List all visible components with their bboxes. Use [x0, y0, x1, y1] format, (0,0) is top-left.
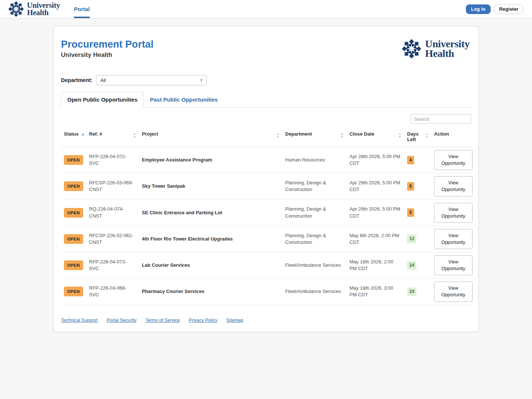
page-title: Procurement Portal	[61, 39, 154, 50]
column-header-status[interactable]: Status ▲	[61, 127, 86, 147]
ref-number: RFP-226-04-072-SVC	[86, 147, 139, 173]
brand-name: University Health	[27, 2, 60, 16]
search-row	[61, 114, 471, 124]
close-date-cell: Apr 28th 2026, 5:00 PM CDT	[347, 147, 404, 173]
ref-number: RFCSP-226-03-069-CNST	[86, 173, 139, 200]
view-opportunity-button[interactable]: View Opportunity	[434, 150, 473, 170]
project-name: SE Clinic Entrance and Parking Lot	[142, 210, 222, 215]
opportunities-table-body: OPEN RFP-226-04-072-SVC Employee Assista…	[61, 147, 472, 305]
department-selected-value: All	[100, 78, 106, 83]
close-date-cell: May 18th 2026, 2:00 PM CDT	[347, 252, 404, 279]
column-header-close-date[interactable]: Close Date ▲▼	[347, 127, 404, 147]
register-button[interactable]: Register	[494, 4, 523, 14]
top-navbar: University Health Portal Log In Register	[0, 0, 532, 18]
department-select[interactable]: All ▼	[96, 75, 207, 85]
view-opportunity-button[interactable]: View Opportunity	[434, 229, 473, 249]
nav-portal-link[interactable]: Portal	[74, 0, 90, 18]
footer-link-privacy-policy[interactable]: Privacy Policy	[189, 318, 218, 323]
column-label: Ref. #	[89, 131, 102, 137]
table-row: OPEN RFP-226-03-068-SVC Pharmacy Courier…	[61, 279, 472, 305]
close-date-cell: Apr 29th 2026, 5:00 PM CDT	[347, 173, 404, 200]
sort-icon: ▲▼	[133, 133, 136, 139]
days-left-badge: 5	[407, 208, 414, 217]
view-opportunity-button[interactable]: View Opportunity	[434, 203, 473, 223]
project-name: 4th Floor Rio Tower Electrical Upgrades	[142, 236, 233, 242]
login-button[interactable]: Log In	[466, 4, 491, 14]
department-cell: Planning, Design & Construction	[282, 173, 347, 200]
tab-bar: Open Public Opportunities Past Public Op…	[61, 92, 471, 108]
close-date-cell: May 18th 2026, 3:00 PM CDT	[347, 279, 404, 305]
close-date-cell: May 6th 2026, 2:00 PM CDT	[347, 226, 404, 252]
days-left-badge: 4	[407, 156, 414, 164]
column-label: Action	[434, 131, 449, 137]
title-block: Procurement Portal University Health	[61, 39, 154, 59]
university-health-star-icon	[8, 1, 24, 17]
view-opportunity-button[interactable]: View Opportunity	[434, 176, 473, 196]
sort-asc-icon: ▲	[81, 132, 85, 136]
sort-icon: ▲▼	[341, 133, 344, 139]
tab-open-public-opportunities[interactable]: Open Public Opportunities	[61, 92, 144, 108]
table-row: OPEN RFP-226-04-072-SVC Employee Assista…	[61, 147, 472, 173]
column-label: Status	[64, 131, 79, 137]
ref-number: RFP-226-03-068-SVC	[86, 279, 139, 305]
department-cell: Planning, Design & Construction	[282, 226, 347, 252]
nav-actions: Log In Register	[466, 4, 523, 14]
table-row: OPEN RFP-226-04-073-SVC Lab Courier Serv…	[61, 252, 472, 279]
opportunities-table: Status ▲ Ref. # ▲▼ Project	[61, 127, 472, 305]
department-label: Department:	[61, 77, 92, 83]
column-header-days-left[interactable]: Days Left ▲▼	[404, 127, 431, 147]
sort-icon: ▲▼	[276, 133, 279, 139]
ref-number: RFP-226-04-073-SVC	[86, 252, 139, 279]
sort-icon: ▲▼	[398, 133, 401, 139]
ref-number: RQ-226-04-074-CNST	[86, 200, 139, 226]
sort-icon: ▲▼	[425, 133, 428, 139]
header-logo-name: University Health	[425, 39, 470, 58]
column-label: Department	[285, 131, 312, 137]
footer-links: Technical Support Portal Security Terms …	[61, 318, 471, 323]
university-health-star-icon	[402, 39, 422, 59]
table-header: Status ▲ Ref. # ▲▼ Project	[61, 127, 472, 147]
department-cell: Human Resources	[282, 147, 347, 173]
column-header-project[interactable]: Project ▲▼	[139, 127, 282, 147]
view-opportunity-button[interactable]: View Opportunity	[434, 282, 473, 301]
days-left-badge: 5	[407, 182, 414, 191]
department-cell: Planning, Design & Construction	[282, 200, 347, 226]
table-row: OPEN RFCSP-226-02-062-CNST 4th Floor Rio…	[61, 226, 472, 252]
close-date-cell: Apr 29th 2026, 5:00 PM CDT	[347, 200, 404, 226]
project-name: Employee Assistance Program	[142, 157, 212, 163]
table-row: OPEN RQ-226-04-074-CNST SE Clinic Entran…	[61, 200, 472, 226]
department-cell: Fleet/Ambulance Services	[282, 252, 347, 279]
status-badge: OPEN	[64, 234, 83, 244]
column-header-action: Action	[431, 127, 472, 147]
footer-link-technical-support[interactable]: Technical Support	[61, 318, 98, 323]
tab-past-public-opportunities[interactable]: Past Public Opportunities	[144, 92, 224, 107]
view-opportunity-button[interactable]: View Opportunity	[434, 255, 473, 275]
project-name: Sky Tower Sanipak	[142, 183, 185, 189]
days-left-badge: 12	[407, 235, 416, 243]
column-label: Project	[142, 131, 158, 137]
department-cell: Fleet/Ambulance Services	[282, 279, 347, 305]
status-badge: OPEN	[64, 260, 83, 270]
card-header: Procurement Portal University Health	[61, 34, 471, 59]
footer-link-terms-of-service[interactable]: Terms of Service	[146, 318, 180, 323]
header-logo: University Health	[402, 39, 470, 59]
days-left-badge: 24	[407, 287, 416, 296]
column-header-ref[interactable]: Ref. # ▲▼	[86, 127, 139, 147]
status-badge: OPEN	[64, 155, 83, 165]
table-row: OPEN RFCSP-226-03-069-CNST Sky Tower San…	[61, 173, 472, 200]
footer-link-sitemap[interactable]: Sitemap	[226, 318, 243, 323]
footer-link-portal-security[interactable]: Portal Security	[106, 318, 136, 323]
page-subtitle: University Health	[61, 51, 154, 59]
search-input[interactable]	[411, 114, 471, 124]
column-label: Days Left	[407, 131, 424, 142]
status-badge: OPEN	[64, 208, 83, 218]
ref-number: RFCSP-226-02-062-CNST	[86, 226, 139, 252]
status-badge: OPEN	[64, 287, 83, 296]
status-badge: OPEN	[64, 181, 83, 191]
column-header-department[interactable]: Department ▲▼	[282, 127, 347, 147]
days-left-badge: 24	[407, 261, 416, 270]
department-filter-row: Department: All ▼	[61, 75, 471, 85]
procurement-portal-card: Procurement Portal University Health	[53, 26, 479, 332]
chevron-down-icon: ▼	[200, 78, 203, 82]
project-name: Lab Courier Services	[142, 262, 190, 268]
